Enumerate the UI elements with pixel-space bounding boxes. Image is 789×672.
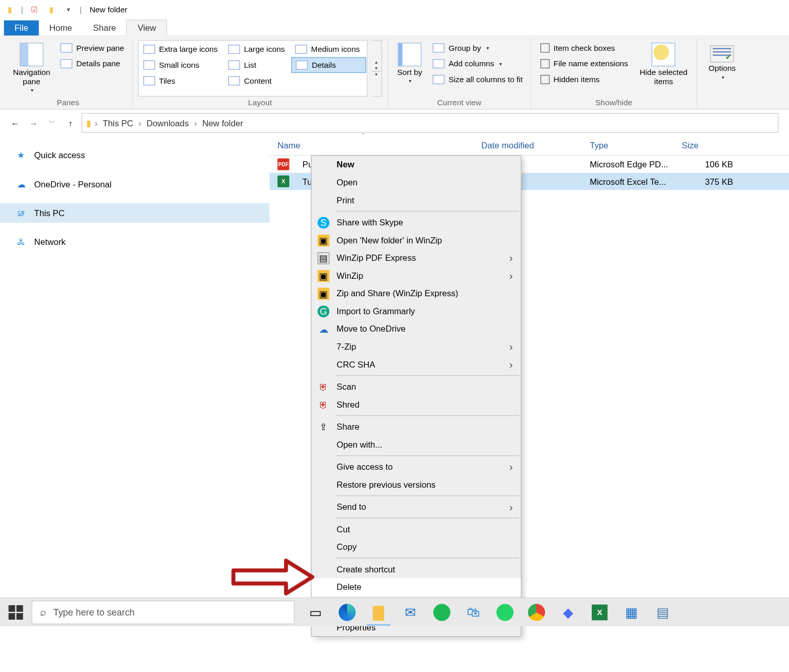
details-pane-button[interactable]: Details pane <box>58 56 127 72</box>
computer-icon: 🖳 <box>14 206 28 220</box>
tab-home[interactable]: Home <box>39 21 82 35</box>
taskbar-calendar[interactable]: ▦ <box>615 598 647 626</box>
sort-by-button[interactable]: Sort by ▾ <box>393 40 426 84</box>
layout-large-icons[interactable]: Large icons <box>224 42 292 57</box>
column-type[interactable]: Type <box>582 136 674 155</box>
ctx-restore-previous[interactable]: Restore previous versions <box>312 476 521 494</box>
small-icons-icon <box>143 61 155 70</box>
recent-locations-button[interactable]: ﹀ <box>45 116 59 130</box>
ctx-scan[interactable]: ⛨Scan <box>312 378 521 396</box>
group-by-button[interactable]: Group by▾ <box>430 40 525 56</box>
add-columns-button[interactable]: Add columns▾ <box>430 56 525 72</box>
ctx-open-winzip[interactable]: ▣Open 'New folder' in WinZip <box>312 232 521 249</box>
ctx-share[interactable]: ⇪Share <box>312 418 521 436</box>
nav-onedrive[interactable]: ☁OneDrive - Personal <box>0 174 270 194</box>
ctx-delete[interactable]: Delete <box>312 578 521 596</box>
separator <box>335 375 519 376</box>
ribbon-group-show-hide-caption: Show/hide <box>595 97 632 109</box>
ribbon-group-show-hide: Item check boxes File name extensions Hi… <box>531 39 697 109</box>
breadcrumb-this-pc[interactable]: This PC <box>99 113 137 132</box>
layout-xl-icons[interactable]: Extra large icons <box>139 42 224 57</box>
ctx-move-onedrive[interactable]: ☁Move to OneDrive <box>312 320 521 338</box>
ctx-send-to[interactable]: Send to› <box>312 498 521 516</box>
nav-network[interactable]: 🖧Network <box>0 232 270 252</box>
layout-medium-icons[interactable]: Medium icons <box>291 42 366 57</box>
taskbar-whatsapp[interactable] <box>489 598 520 626</box>
taskbar-file-explorer[interactable]: ▇ <box>363 598 394 626</box>
context-menu: New Open Print SShare with Skype ▣Open '… <box>311 155 521 637</box>
taskbar-store[interactable]: 🛍 <box>458 598 489 626</box>
column-headers: Name˄ Date modified Type Size <box>270 136 789 156</box>
up-button[interactable]: ↑ <box>63 116 78 130</box>
layout-details[interactable]: Details <box>291 57 366 73</box>
tiles-icon <box>143 76 155 85</box>
ctx-create-shortcut[interactable]: Create shortcut <box>312 561 521 579</box>
ctx-shred[interactable]: ⛨Shred <box>312 396 521 414</box>
start-button[interactable] <box>0 598 31 626</box>
qat-properties-icon[interactable]: ☑ <box>27 2 42 16</box>
breadcrumb-new-folder[interactable]: New folder <box>198 113 247 132</box>
ctx-open-with[interactable]: Open with... <box>312 436 521 454</box>
task-view-button[interactable]: ▭ <box>300 598 331 626</box>
breadcrumb-downloads[interactable]: Downloads <box>143 113 193 132</box>
task-view-icon: ▭ <box>309 604 322 620</box>
taskbar-search[interactable]: ⌕ Type here to search <box>31 600 294 624</box>
address-bar[interactable]: ▮ › This PC › Downloads › New folder <box>82 113 779 132</box>
file-name-extensions-checkbox[interactable]: File name extensions <box>536 56 632 72</box>
preview-pane-button[interactable]: Preview pane <box>58 40 127 56</box>
taskbar-chrome[interactable] <box>521 598 552 626</box>
taskbar-calculator[interactable]: ▤ <box>647 598 679 626</box>
ctx-winzip[interactable]: ▣WinZip› <box>312 267 521 285</box>
ctx-cut[interactable]: Cut <box>312 521 521 539</box>
ctx-new[interactable]: New <box>312 156 521 174</box>
qat-icon[interactable]: ▮ <box>3 2 17 16</box>
tab-file[interactable]: File <box>4 21 39 35</box>
ctx-copy[interactable]: Copy <box>312 538 521 556</box>
ctx-zip-and-share[interactable]: ▣Zip and Share (WinZip Express) <box>312 284 521 302</box>
nav-quick-access[interactable]: ★Quick access <box>0 145 270 165</box>
size-all-columns-button[interactable]: Size all columns to fit <box>430 72 525 88</box>
folder-icon: ▇ <box>373 604 384 621</box>
column-date-modified[interactable]: Date modified <box>474 136 582 155</box>
column-size[interactable]: Size <box>674 136 733 155</box>
layout-gallery-scroll[interactable]: ▴▾▾ <box>371 40 382 97</box>
layout-small-icons[interactable]: Small icons <box>139 57 224 73</box>
grammarly-icon: G <box>317 305 329 317</box>
chevron-down-icon: ▾ <box>31 87 33 93</box>
item-check-boxes-checkbox[interactable]: Item check boxes <box>536 40 632 56</box>
layout-list[interactable]: List <box>224 57 292 73</box>
details-pane-icon <box>61 59 72 68</box>
hidden-items-checkbox[interactable]: Hidden items <box>536 72 632 88</box>
column-name[interactable]: Name˄ <box>270 136 474 155</box>
ctx-import-grammarly[interactable]: GImport to Grammarly <box>312 302 521 320</box>
ribbon-group-options: ✔ Options ▾ <box>697 39 747 109</box>
ctx-open[interactable]: Open <box>312 174 521 191</box>
taskbar-spotify[interactable] <box>426 598 457 626</box>
qat-new-folder-icon[interactable]: ▮ <box>44 2 59 16</box>
taskbar-mail[interactable]: ✉ <box>394 598 426 626</box>
nav-this-pc[interactable]: 🖳This PC <box>0 203 270 223</box>
ctx-give-access-to[interactable]: Give access to› <box>312 458 521 476</box>
ctx-7zip[interactable]: 7-Zip› <box>312 338 521 356</box>
layout-tiles[interactable]: Tiles <box>139 73 224 89</box>
search-placeholder: Type here to search <box>53 607 135 617</box>
tab-view[interactable]: View <box>126 20 167 36</box>
options-button[interactable]: ✔ Options ▾ <box>702 40 742 80</box>
forward-button[interactable]: → <box>26 116 41 130</box>
ctx-crc-sha[interactable]: CRC SHA› <box>312 355 521 373</box>
tab-share[interactable]: Share <box>83 21 126 35</box>
ribbon-group-layout: Extra large icons Large icons Medium ico… <box>133 39 388 109</box>
ctx-winzip-pdf-express[interactable]: ▤WinZip PDF Express› <box>312 249 521 267</box>
ctx-print[interactable]: Print <box>312 191 521 209</box>
back-button[interactable]: ← <box>8 116 22 130</box>
size-columns-icon <box>433 75 444 84</box>
qat-dropdown[interactable]: ▾ <box>61 2 76 16</box>
navigation-pane-button[interactable]: Navigation pane ▾ <box>9 40 54 93</box>
taskbar-jira[interactable]: ◆ <box>552 598 584 626</box>
taskbar-edge[interactable] <box>331 598 363 626</box>
taskbar-excel[interactable]: X <box>584 598 615 626</box>
ctx-share-skype[interactable]: SShare with Skype <box>312 214 521 232</box>
hide-selected-items-button[interactable]: Hide selected items <box>636 40 691 86</box>
layout-content[interactable]: Content <box>224 73 292 89</box>
calendar-icon: ▦ <box>625 604 637 620</box>
